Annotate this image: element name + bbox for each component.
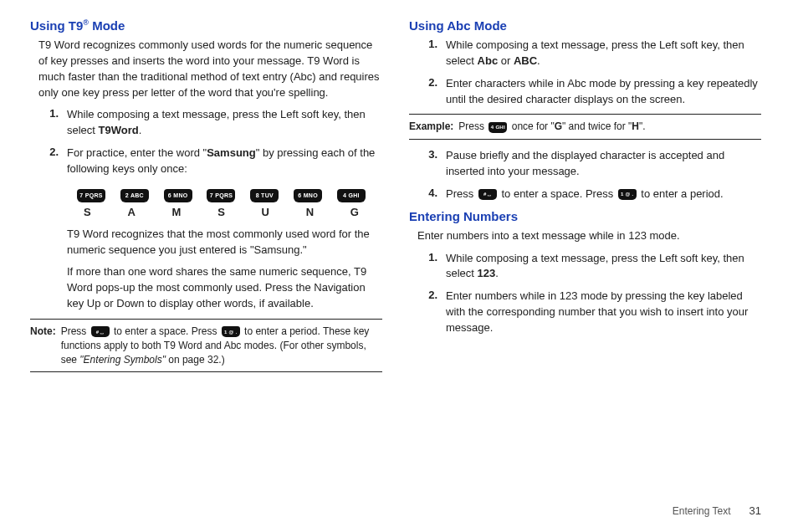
letter: S <box>217 206 225 218</box>
step-text: Press # ⎵ to enter a space. Press 1 @ . … <box>446 187 761 202</box>
step-text: While composing a text message, press th… <box>446 38 761 69</box>
step-number: 4. <box>426 187 437 199</box>
bold-H: H <box>632 120 639 132</box>
italic-ref: "Entering Symbols" <box>79 354 166 366</box>
bold-G: G <box>555 120 562 132</box>
step-number: 1. <box>426 38 437 50</box>
text-part: . <box>495 267 499 279</box>
letter: U <box>262 206 269 218</box>
letter: G <box>350 206 359 218</box>
text-part: Press <box>458 120 487 132</box>
phone-key-icon: 4 GHI <box>337 189 366 202</box>
numbers-steps: 1. While composing a text message, press… <box>409 251 761 336</box>
letter: M <box>172 206 182 218</box>
manual-page: Using T9® Mode T9 Word recognizes common… <box>0 0 798 532</box>
step-text: Enter numbers while in 123 mode by press… <box>446 289 761 336</box>
letter: S <box>84 206 91 218</box>
step-number: 1. <box>47 107 59 120</box>
step-text: For practice, enter the word "Samsung" b… <box>67 146 382 177</box>
step-text: Pause briefly and the displayed characte… <box>446 148 761 180</box>
letters-row: S A M S U N G <box>65 204 377 227</box>
step-number: 1. <box>426 251 437 263</box>
step-text: While composing a text message, press th… <box>67 107 382 139</box>
page-footer: Entering Text 31 <box>673 504 761 517</box>
bold-ABC: ABC <box>514 54 537 67</box>
example-label: Example: <box>409 120 453 134</box>
step-number: 3. <box>426 148 437 161</box>
bold-samsung: Samsung <box>207 146 256 159</box>
text-part: . <box>537 54 540 67</box>
abc-step-4: 4. Press # ⎵ to enter a space. Press 1 @… <box>409 187 761 202</box>
heading-t9-mode: Using T9® Mode <box>30 18 382 33</box>
step-text: Enter characters while in Abc mode by pr… <box>446 76 761 108</box>
text-part: ". <box>639 120 646 132</box>
t9-step-1: 1. While composing a text message, press… <box>30 107 382 139</box>
text-part: . <box>139 124 142 136</box>
step-number: 2. <box>426 76 437 89</box>
abc-step-3: 3. Pause briefly and the displayed chara… <box>409 148 761 180</box>
phone-key-hash-icon: # ⎵ <box>478 189 497 200</box>
text-part: or <box>498 54 514 67</box>
letter: N <box>306 206 314 218</box>
numbers-intro: Enter numbers into a text message while … <box>417 228 761 244</box>
phone-key-icon: 6 MNO <box>164 189 192 202</box>
phone-key-icon: 6 MNO <box>294 189 322 202</box>
abc-step-1: 1. While composing a text message, press… <box>409 38 761 69</box>
numbers-step-1: 1. While composing a text message, press… <box>409 251 761 283</box>
bold-abc: Abc <box>478 54 499 67</box>
t9-step-2: 2. For practice, enter the word "Samsung… <box>30 146 382 177</box>
phone-key-hash-icon: # ⎵ <box>91 326 110 337</box>
text-part: to enter a space. Press <box>111 325 220 337</box>
phone-key-icon: 7 PQRS <box>207 189 235 202</box>
example-body: Press 4 GHI once for "G" and twice for "… <box>458 120 645 134</box>
step-number: 2. <box>426 289 437 301</box>
phone-key-icon: 2 ABC <box>120 189 149 202</box>
step-text: While composing a text message, press th… <box>446 251 761 283</box>
step-number: 2. <box>47 146 59 158</box>
phone-key-icon: 8 TUV <box>250 189 279 202</box>
text-part: Press <box>61 325 90 337</box>
footer-page-number: 31 <box>749 504 761 517</box>
numbers-step-2: 2. Enter numbers while in 123 mode by pr… <box>409 289 761 336</box>
t9-steps: 1. While composing a text message, press… <box>30 107 382 176</box>
bold-123: 123 <box>478 267 496 279</box>
phone-keys-row: 7 PQRS 2 ABC 6 MNO 7 PQRS 8 TUV 6 MNO 4 … <box>65 184 377 204</box>
text-part: Press <box>446 187 477 200</box>
note-block: Note: Press # ⎵ to enter a space. Press … <box>30 319 382 372</box>
phone-key-4-icon: 4 GHI <box>489 122 507 133</box>
text-part: to enter a space. Press <box>499 187 616 200</box>
heading-t9-pre: Using T9 <box>30 18 83 33</box>
abc-step-2: 2. Enter characters while in Abc mode by… <box>409 76 761 108</box>
heading-entering-numbers: Entering Numbers <box>409 209 761 223</box>
text-part: For practice, enter the word " <box>67 146 207 159</box>
t9-subtext-2: If more than one word shares the same nu… <box>67 264 382 312</box>
registered-mark: ® <box>83 18 89 27</box>
letter: A <box>127 206 135 218</box>
text-part: on page 32.) <box>166 354 225 366</box>
note-label: Note: <box>30 325 56 366</box>
t9-intro: T9 Word recognizes commonly used words f… <box>38 38 382 100</box>
text-part: once for " <box>509 120 554 132</box>
example-block: Example: Press 4 GHI once for "G" and tw… <box>409 114 761 140</box>
phone-key-icon: 7 PQRS <box>77 189 105 202</box>
left-column: Using T9® Mode T9 Word recognizes common… <box>30 18 382 381</box>
heading-t9-post: Mode <box>89 18 125 33</box>
text-part: to enter a period. <box>638 187 724 200</box>
two-column-layout: Using T9® Mode T9 Word recognizes common… <box>30 18 761 381</box>
right-column: Using Abc Mode 1. While composing a text… <box>409 18 761 381</box>
text-part: " and twice for " <box>562 120 632 132</box>
phone-key-1-icon: 1 @ . <box>618 189 637 200</box>
bold-t9word: T9Word <box>99 124 139 136</box>
footer-section: Entering Text <box>673 505 731 517</box>
t9-subtext-1: T9 Word recognizes that the most commonl… <box>67 227 382 258</box>
heading-abc-mode: Using Abc Mode <box>409 18 761 33</box>
abc-steps: 1. While composing a text message, press… <box>409 38 761 107</box>
note-body: Press # ⎵ to enter a space. Press 1 @ . … <box>61 325 382 366</box>
phone-key-1-icon: 1 @ . <box>222 326 240 337</box>
abc-steps-cont: 3. Pause briefly and the displayed chara… <box>409 148 761 202</box>
